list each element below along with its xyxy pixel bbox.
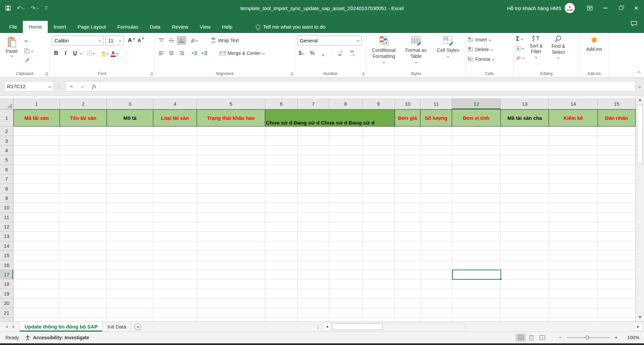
hscroll-left-button[interactable] — [323, 323, 331, 331]
table-header-cell[interactable]: Tên tài sản — [60, 109, 107, 127]
increase-decimal-button[interactable]: ←.0 .00 — [334, 50, 345, 57]
font-dialog-launcher[interactable] — [150, 72, 153, 75]
cancel-button[interactable]: ✕ — [66, 83, 77, 90]
row-header[interactable]: 18 — [0, 279, 13, 289]
italic-button[interactable]: I — [61, 49, 70, 58]
row-header[interactable]: 2 — [0, 127, 13, 136]
ribbon-tab[interactable]: Insert — [48, 21, 72, 33]
insert-function-button[interactable]: fx — [88, 83, 100, 90]
align-top-button[interactable] — [157, 36, 166, 45]
addins-button[interactable]: Add-ins — [586, 46, 602, 52]
increase-font-button[interactable]: A — [127, 36, 136, 45]
table-header-cell[interactable]: Loại tài sản — [153, 109, 197, 127]
row-header[interactable]: 5 — [0, 155, 13, 165]
row-header[interactable]: 20 — [0, 299, 13, 308]
column-header[interactable]: 2 — [60, 98, 107, 109]
row-header[interactable]: 7 — [0, 174, 13, 184]
ribbon-tab[interactable]: Page Layout — [72, 21, 112, 33]
alignment-dialog-launcher[interactable] — [290, 72, 293, 75]
column-header[interactable]: 11 — [420, 98, 452, 109]
ribbon-tab[interactable]: Help — [216, 21, 238, 33]
column-header[interactable]: 4 — [153, 98, 197, 109]
row-header[interactable]: 4 — [0, 146, 13, 155]
table-header-cell[interactable]: Mô tả — [107, 109, 153, 127]
row-header[interactable]: 3 — [0, 136, 13, 145]
horizontal-scrollbar[interactable] — [331, 323, 466, 331]
fill-handle[interactable] — [499, 278, 502, 280]
format-cells-button[interactable]: Format — [468, 55, 511, 63]
column-header[interactable]: 12 — [452, 98, 501, 109]
insert-cells-button[interactable]: Insert — [468, 36, 511, 44]
column-header[interactable]: 9 — [362, 98, 395, 109]
copy-button[interactable] — [24, 47, 33, 55]
sheet-tab[interactable]: Init Data — [103, 322, 131, 332]
vertical-scrollbar-thumb[interactable] — [637, 105, 643, 164]
align-center-button[interactable] — [167, 49, 176, 58]
table-header-cell[interactable]: Đơn vị tính — [452, 109, 501, 127]
sheet-body[interactable] — [13, 127, 636, 321]
font-size-select[interactable]: 11 — [106, 36, 124, 45]
cell-styles-button[interactable]: Cell Styles — [433, 36, 464, 69]
avatar[interactable]: ✳VHHMS — [565, 3, 575, 13]
fill-color-button[interactable] — [100, 49, 109, 58]
borders-button[interactable] — [86, 49, 95, 58]
sort-filter-button[interactable]: AZ Sort & Filter — [526, 35, 547, 69]
page-break-preview-button[interactable] — [537, 334, 547, 342]
decrease-font-button[interactable]: A — [136, 36, 145, 45]
align-bottom-button[interactable] — [177, 36, 186, 45]
row-header[interactable]: 12 — [0, 222, 13, 232]
new-sheet-button[interactable]: + — [134, 323, 141, 330]
next-sheet-button[interactable] — [12, 325, 15, 329]
comma-style-button[interactable]: , — [319, 49, 327, 58]
addins-icon[interactable] — [592, 38, 597, 42]
previous-sheet-button[interactable] — [5, 325, 8, 329]
zoom-in-button[interactable]: + — [614, 334, 618, 341]
fill-button[interactable] — [516, 44, 524, 52]
scroll-up-button[interactable] — [636, 96, 644, 104]
zoom-out-button[interactable]: − — [558, 334, 563, 341]
undo-button[interactable]: ↶ — [17, 5, 25, 11]
row-header[interactable]: 9 — [0, 194, 13, 203]
column-header[interactable]: 7 — [298, 98, 329, 109]
restore-button[interactable] — [613, 0, 629, 16]
ribbon-tab[interactable]: Home — [23, 21, 48, 33]
row-header[interactable]: 13 — [0, 232, 13, 241]
horizontal-scrollbar-thumb[interactable] — [333, 323, 383, 330]
column-header[interactable]: 10 — [395, 98, 420, 109]
row-header[interactable]: 14 — [0, 241, 13, 251]
customize-qat-button[interactable] — [45, 7, 48, 10]
row-header[interactable]: 19 — [0, 289, 13, 299]
autosum-button[interactable]: Σ — [516, 35, 524, 42]
table-header-cell[interactable]: Dán nhãn — [598, 109, 636, 127]
bold-button[interactable]: B — [52, 49, 61, 58]
table-header-cell[interactable]: Trạng thái khấu hao — [197, 109, 265, 127]
save-button[interactable] — [5, 5, 11, 11]
paste-button[interactable]: Paste — [2, 35, 22, 69]
format-painter-button[interactable] — [24, 57, 33, 64]
align-left-button[interactable] — [157, 49, 166, 58]
clipboard-dialog-launcher[interactable] — [45, 72, 48, 75]
column-header[interactable]: 6 — [265, 98, 298, 109]
accounting-format-button[interactable]: $ — [297, 49, 306, 58]
percent-style-button[interactable]: % — [308, 49, 317, 58]
column-header[interactable]: 8 — [329, 98, 362, 109]
ribbon-tab[interactable]: File — [3, 21, 23, 33]
scroll-down-button[interactable] — [636, 313, 644, 321]
align-middle-button[interactable] — [167, 36, 176, 45]
table-header-cell[interactable]: Chưa sử d Đang sử d Chưa sử d Đang sử d — [265, 109, 395, 127]
redo-button[interactable]: ↷ — [31, 5, 38, 11]
font-color-button[interactable]: A — [110, 49, 119, 58]
column-header[interactable]: 5 — [197, 98, 265, 109]
row-header[interactable]: 15 — [0, 251, 13, 260]
zoom-slider-thumb[interactable] — [586, 336, 589, 340]
hscroll-right-button[interactable] — [634, 323, 642, 331]
column-header[interactable]: 15 — [598, 98, 636, 109]
table-header-cell[interactable]: Số lượng — [420, 109, 452, 127]
zoom-level[interactable]: 100% — [623, 335, 639, 340]
increase-indent-button[interactable] — [200, 49, 209, 58]
decrease-indent-button[interactable] — [190, 49, 199, 58]
delete-cells-button[interactable]: Delete — [468, 45, 511, 54]
font-name-select[interactable]: Calibri — [52, 36, 104, 45]
column-header[interactable]: 14 — [549, 98, 598, 109]
conditional-formatting-button[interactable]: ≠ Conditional Formatting — [368, 36, 399, 69]
